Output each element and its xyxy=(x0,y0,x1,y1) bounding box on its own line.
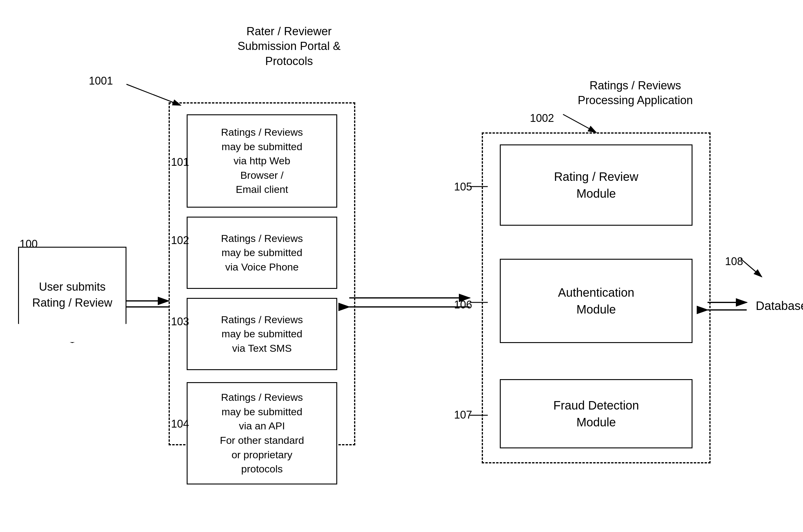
user-label: User submits Rating / Review xyxy=(32,279,112,311)
ref-100: 100 xyxy=(20,238,38,250)
user-shape: User submits Rating / Review xyxy=(18,247,127,343)
ref-103: 103 xyxy=(171,315,189,328)
box-105: Rating / Review Module xyxy=(500,145,692,226)
ref-102: 102 xyxy=(171,234,189,247)
box-101: Ratings / Reviews may be submitted via h… xyxy=(187,114,337,208)
ref-106: 106 xyxy=(454,299,472,311)
svg-line-17 xyxy=(741,259,762,277)
diagram: User submits Rating / Review 100 Rater /… xyxy=(0,0,803,532)
ref-1001: 1001 xyxy=(89,75,113,87)
box-103: Ratings / Reviews may be submitted via T… xyxy=(187,298,337,370)
ref-107: 107 xyxy=(454,408,472,421)
database-label: Database xyxy=(756,298,803,314)
portal-label: Rater / Reviewer Submission Portal & Pro… xyxy=(211,24,367,69)
svg-line-5 xyxy=(563,114,596,132)
box-102: Ratings / Reviews may be submitted via V… xyxy=(187,217,337,289)
processing-label: Ratings / Reviews Processing Application xyxy=(548,78,723,108)
ref-108: 108 xyxy=(725,255,743,268)
ref-101: 101 xyxy=(171,156,189,169)
box-106: Authentication Module xyxy=(500,259,692,343)
box-104: Ratings / Reviews may be submitted via a… xyxy=(187,382,337,484)
ref-1002: 1002 xyxy=(530,112,554,125)
ref-105: 105 xyxy=(454,180,472,193)
ref-104: 104 xyxy=(171,418,189,430)
box-107: Fraud Detection Module xyxy=(500,379,692,448)
